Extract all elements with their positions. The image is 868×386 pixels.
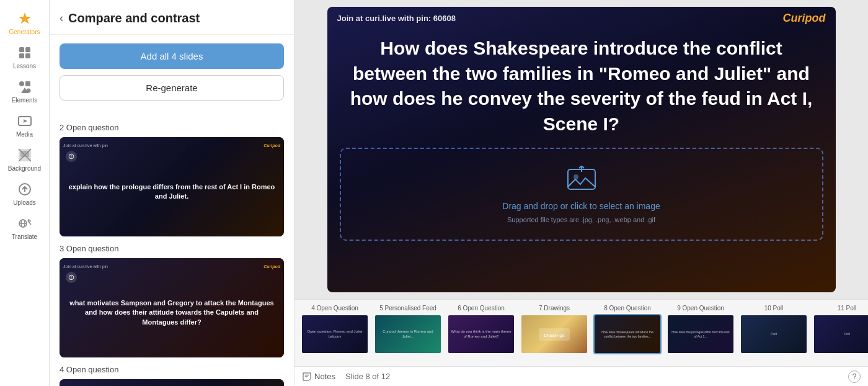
sidebar-item-media[interactable]: Media [0,109,49,143]
notes-icon [302,372,312,382]
svg-marker-9 [24,119,27,123]
film-slide-10[interactable]: 10 Poll Poll [740,305,808,354]
generators-icon [17,11,32,26]
image-drop-icon [567,166,596,196]
svg-text:Drawings: Drawings [544,333,564,338]
slide-top-bar: Join at curi.live with pin: 60608 Curipo… [327,7,836,30]
svg-rect-1 [25,47,30,52]
svg-point-23 [574,174,578,179]
help-button[interactable]: ? [848,370,861,383]
bottom-bar: 4 Open Question Open question: Romeo and… [294,299,868,386]
sidebar-item-generators[interactable]: Generators [0,6,49,40]
sidebar-item-lessons[interactable]: Lessons [0,40,49,74]
sidebar-item-background[interactable]: Background [0,143,49,177]
filmstrip: 4 Open Question Open question: Romeo and… [294,300,868,366]
bottom-status: Notes Slide 8 of 12 ? [294,366,868,386]
sidebar-item-uploads[interactable]: Uploads [0,177,49,211]
main-content: Join at curi.live with pin: 60608 Curipo… [294,0,868,386]
film-slide-6[interactable]: 6 Open Question What do you think is the… [447,305,515,354]
slide-main-question: How does Shakespeare introduce the confl… [327,30,836,143]
slide-area: Join at curi.live with pin: 60608 Curipo… [294,0,868,299]
notes-button[interactable]: Notes [302,372,335,382]
slide-drop-sublabel: Supported file types are .jpg, .png, .we… [507,216,655,223]
panel-slide-thumb-2[interactable]: Join at curi.live with pin Curipod expla… [60,137,284,236]
film-slide-4[interactable]: 4 Open Question Open question: Romeo and… [301,305,369,354]
uploads-icon [17,182,32,197]
slide-join-text: Join at curi.live with pin: 60608 [337,14,456,23]
panel-slide-thumb-4[interactable]: Join at curi.live with pin Curipod How d… [60,379,284,386]
slide-image-drop-zone[interactable]: Drag and drop or click to select an imag… [340,148,823,241]
svg-rect-3 [25,53,30,58]
slide-thumb-text-2: explain how the prologue differs from th… [67,173,277,202]
sidebar-item-translate[interactable]: Translate [0,211,49,245]
panel-header: ‹ Compare and contrast [50,0,294,35]
svg-rect-0 [19,47,24,52]
svg-line-21 [28,221,31,225]
film-slide-7[interactable]: 7 Drawings Drawings [520,305,588,354]
film-slide-5[interactable]: 5 Personalised Feed Curipod themes in Ro… [374,305,442,354]
sidebar-item-elements[interactable]: Elements [0,74,49,109]
slide-info: Slide 8 of 12 [345,372,390,381]
slide-logo: Curipod [783,12,826,25]
svg-point-7 [26,89,30,93]
film-slide-11[interactable]: 11 Poll Poll [813,305,868,354]
svg-point-4 [19,81,24,86]
add-all-slides-button[interactable]: Add all 4 slides [60,43,284,69]
panel-slides-list: 2 Open question Join at curi.live with p… [50,109,294,386]
left-sidebar: Generators Lessons Elements Media [0,0,50,386]
svg-rect-2 [19,53,24,58]
back-button[interactable]: ‹ [60,12,63,25]
background-icon [17,148,32,163]
panel-title: Compare and contrast [68,11,200,25]
slide-canvas: Join at curi.live with pin: 60608 Curipo… [327,7,836,292]
panel-buttons: Add all 4 slides Re-generate [50,35,294,109]
lessons-icon [17,45,32,60]
slide-section-label-4: 4 Open question [60,365,284,374]
svg-rect-5 [25,81,30,86]
panel: ‹ Compare and contrast Add all 4 slides … [50,0,294,386]
slide-drop-label: Drag and drop or click to select an imag… [502,201,660,211]
slide-thumb-icon-2 [66,151,77,162]
slide-thumb-icon-3 [66,272,77,283]
svg-rect-22 [568,169,595,189]
slide-thumb-text-3: what motivates Sampson and Gregory to at… [67,289,277,327]
regenerate-button[interactable]: Re-generate [60,75,284,101]
slide-section-label-3: 3 Open question [60,244,284,253]
translate-icon [17,216,32,231]
film-slide-8[interactable]: 8 Open Question How does Shakespeare int… [593,305,662,354]
elements-icon [17,79,32,94]
slide-section-label-2: 2 Open question [60,123,284,132]
film-slide-9[interactable]: 9 Open Question How does the prologue di… [666,305,735,354]
media-icon [17,114,32,128]
panel-slide-thumb-3[interactable]: Join at curi.live with pin Curipod what … [60,258,284,357]
